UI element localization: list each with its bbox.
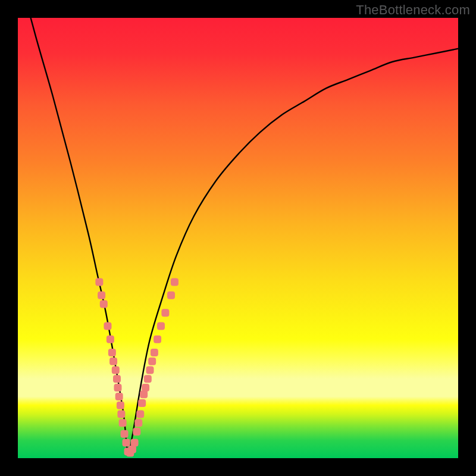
curve-marker bbox=[133, 428, 140, 436]
curve-marker bbox=[121, 430, 129, 438]
curve-marker bbox=[113, 375, 121, 383]
watermark-text: TheBottleneck.com bbox=[356, 2, 470, 18]
curve-marker bbox=[144, 375, 152, 383]
curve-marker bbox=[171, 278, 178, 286]
curve-markers bbox=[95, 278, 178, 457]
curve-marker bbox=[109, 358, 117, 365]
curve-marker bbox=[146, 367, 154, 374]
curve-marker bbox=[167, 292, 175, 299]
curve-marker bbox=[136, 411, 144, 418]
curve-marker bbox=[117, 402, 124, 409]
curve-marker bbox=[129, 446, 136, 453]
curve-marker bbox=[119, 419, 127, 427]
curve-marker bbox=[134, 419, 142, 427]
curve-marker bbox=[108, 349, 116, 356]
curve-marker bbox=[131, 439, 139, 447]
curve-marker bbox=[151, 349, 158, 356]
curve-marker bbox=[115, 393, 123, 400]
curve-marker bbox=[142, 384, 149, 392]
curve-marker bbox=[112, 367, 120, 374]
curve-marker bbox=[140, 390, 148, 398]
curve-marker bbox=[161, 309, 169, 317]
curve-path bbox=[18, 18, 458, 455]
curve-marker bbox=[117, 411, 125, 418]
curve-marker bbox=[154, 336, 161, 343]
curve-marker bbox=[157, 322, 165, 330]
plot-area bbox=[18, 18, 458, 458]
curve-marker bbox=[107, 336, 114, 343]
curve-marker bbox=[114, 384, 121, 392]
curve-marker bbox=[100, 300, 108, 308]
curve-marker bbox=[95, 278, 103, 286]
curve-marker bbox=[104, 322, 111, 330]
bottleneck-curve bbox=[18, 18, 458, 458]
chart-frame: TheBottleneck.com bbox=[0, 0, 476, 476]
curve-marker bbox=[148, 358, 156, 365]
curve-marker bbox=[123, 439, 130, 447]
curve-marker bbox=[98, 292, 105, 299]
curve-marker bbox=[138, 399, 146, 407]
